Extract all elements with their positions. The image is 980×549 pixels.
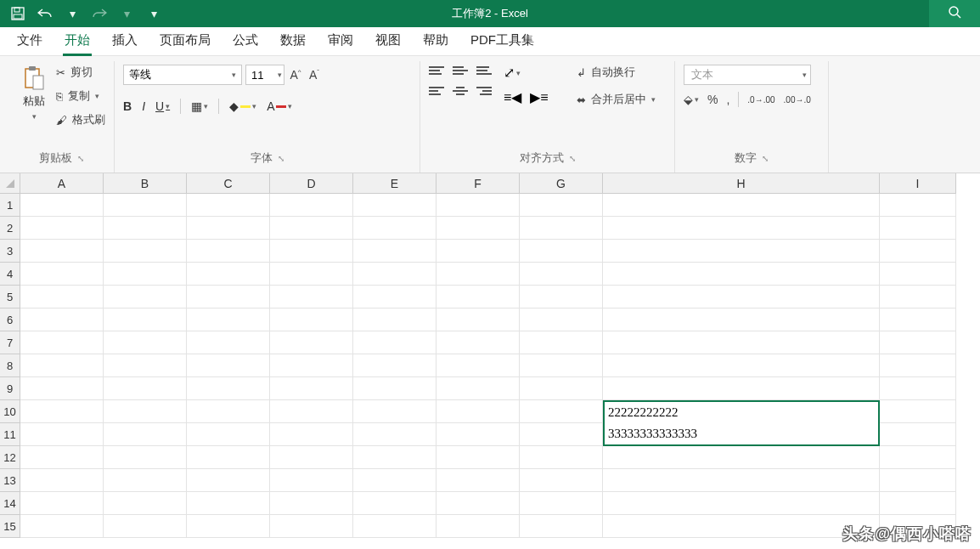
cell-D14[interactable]	[270, 492, 353, 515]
wrap-text-button[interactable]: ↲自动换行	[577, 65, 656, 80]
cell-A9[interactable]	[20, 377, 104, 400]
cell-B15[interactable]	[104, 515, 187, 538]
dialog-launcher-icon[interactable]: ⤡	[569, 154, 576, 163]
cell-F7[interactable]	[436, 331, 520, 354]
cell-H7[interactable]	[603, 331, 880, 354]
cell-H5[interactable]	[603, 286, 880, 308]
cell-I12[interactable]	[880, 446, 956, 469]
cell-D8[interactable]	[270, 354, 353, 377]
cell-G7[interactable]	[520, 331, 603, 354]
row-header-12[interactable]: 12	[0, 446, 20, 469]
cell-I5[interactable]	[880, 286, 956, 308]
cell-I10[interactable]	[880, 400, 956, 423]
cell-C7[interactable]	[187, 331, 270, 354]
cell-C10[interactable]	[187, 400, 270, 423]
cell-I14[interactable]	[880, 492, 956, 515]
row-header-15[interactable]: 15	[0, 515, 20, 538]
paste-dropdown-icon[interactable]: ▾	[32, 112, 37, 121]
cell-H14[interactable]	[603, 492, 880, 515]
cell-I3[interactable]	[880, 240, 956, 263]
cell-H4[interactable]	[603, 263, 880, 286]
row-header-9[interactable]: 9	[0, 377, 20, 400]
column-header-D[interactable]: D	[270, 173, 353, 194]
tab-home[interactable]: 开始	[63, 27, 92, 55]
column-header-F[interactable]: F	[436, 173, 520, 194]
cell-A1[interactable]	[20, 194, 104, 217]
dialog-launcher-icon[interactable]: ⤡	[762, 154, 769, 163]
cell-C5[interactable]	[187, 286, 270, 308]
tab-layout[interactable]: 页面布局	[158, 27, 212, 55]
cell-F14[interactable]	[436, 492, 520, 515]
cell-D15[interactable]	[270, 515, 353, 538]
cell-D11[interactable]	[270, 423, 353, 446]
cell-D6[interactable]	[270, 308, 353, 331]
row-header-13[interactable]: 13	[0, 469, 20, 492]
cell-F8[interactable]	[436, 354, 520, 377]
cell-G5[interactable]	[520, 286, 603, 308]
cell-B1[interactable]	[104, 194, 187, 217]
cell-G8[interactable]	[520, 354, 603, 377]
cell-B3[interactable]	[104, 240, 187, 263]
cell-F6[interactable]	[436, 308, 520, 331]
cell-F4[interactable]	[436, 263, 520, 286]
align-right-button[interactable]	[476, 85, 492, 97]
align-middle-button[interactable]	[453, 65, 468, 76]
increase-indent-button[interactable]: ▶≡	[530, 89, 548, 105]
cell-D1[interactable]	[270, 194, 353, 217]
cell-G6[interactable]	[520, 308, 603, 331]
align-left-button[interactable]	[429, 85, 444, 97]
cell-D10[interactable]	[270, 400, 353, 423]
cell-A14[interactable]	[20, 492, 104, 515]
undo-dropdown-icon[interactable]: ▾	[65, 6, 80, 21]
dialog-launcher-icon[interactable]: ⤡	[278, 154, 284, 163]
cell-G13[interactable]	[520, 469, 603, 492]
paste-button[interactable]: 粘贴 ▾	[17, 63, 51, 121]
cell-C6[interactable]	[187, 308, 270, 331]
cell-H13[interactable]	[603, 469, 880, 492]
cell-A3[interactable]	[20, 240, 104, 263]
column-header-C[interactable]: C	[187, 173, 270, 194]
column-header-A[interactable]: A	[20, 173, 104, 194]
cell-H10[interactable]: 22222222222	[603, 400, 880, 423]
row-header-4[interactable]: 4	[0, 263, 20, 286]
cell-E7[interactable]	[353, 331, 436, 354]
cell-H12[interactable]	[603, 446, 880, 469]
cell-A12[interactable]	[20, 446, 104, 469]
cell-B5[interactable]	[104, 286, 187, 308]
cell-A11[interactable]	[20, 423, 104, 446]
row-header-8[interactable]: 8	[0, 354, 20, 377]
format-painter-button[interactable]: 🖌格式刷	[56, 112, 105, 127]
cell-G3[interactable]	[520, 240, 603, 263]
cell-G10[interactable]	[520, 400, 603, 423]
cell-F2[interactable]	[436, 217, 520, 240]
column-header-H[interactable]: H	[603, 173, 880, 194]
cell-C1[interactable]	[187, 194, 270, 217]
cell-B6[interactable]	[104, 308, 187, 331]
cell-B12[interactable]	[104, 446, 187, 469]
cell-G12[interactable]	[520, 446, 603, 469]
save-icon[interactable]	[10, 6, 25, 21]
align-bottom-button[interactable]	[476, 65, 492, 76]
cell-E2[interactable]	[353, 217, 436, 240]
cell-C9[interactable]	[187, 377, 270, 400]
tab-file[interactable]: 文件	[15, 27, 44, 55]
cell-I13[interactable]	[880, 469, 956, 492]
row-header-1[interactable]: 1	[0, 194, 20, 217]
cell-H8[interactable]	[603, 354, 880, 377]
cell-E3[interactable]	[353, 240, 436, 263]
cell-A5[interactable]	[20, 286, 104, 308]
cells-area[interactable]: 2222222222233333333333333	[20, 194, 956, 538]
cell-F15[interactable]	[436, 515, 520, 538]
cell-A7[interactable]	[20, 331, 104, 354]
increase-font-icon[interactable]: A^	[288, 68, 303, 82]
redo-icon[interactable]	[92, 6, 107, 21]
tab-view[interactable]: 视图	[374, 27, 403, 55]
font-name-select[interactable]: 等线▾	[123, 65, 242, 85]
cell-I11[interactable]	[880, 423, 956, 446]
tab-pdf[interactable]: PDF工具集	[469, 27, 536, 55]
cell-E15[interactable]	[353, 515, 436, 538]
cell-E10[interactable]	[353, 400, 436, 423]
bold-button[interactable]: B	[123, 99, 132, 113]
cell-E6[interactable]	[353, 308, 436, 331]
fill-color-button[interactable]: ◆▾	[229, 99, 256, 113]
